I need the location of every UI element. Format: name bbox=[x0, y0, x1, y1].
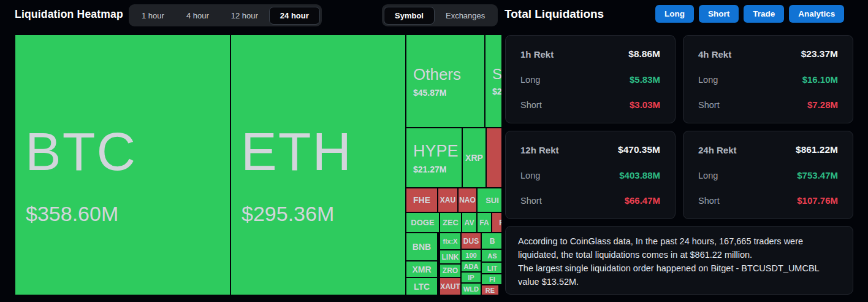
heatmap-cell-100[interactable]: 100 bbox=[462, 250, 481, 260]
cell-label: IP bbox=[468, 274, 474, 281]
short-value: $107.76M bbox=[797, 195, 838, 206]
heatmap-cell-bnb[interactable]: BNB bbox=[406, 233, 437, 260]
heatmap-cell-a[interactable]: A bbox=[487, 128, 501, 187]
cell-label: SUI bbox=[485, 196, 499, 205]
cell-label: XRP bbox=[465, 153, 483, 163]
summary-line-1: According to CoinGlass data, In the past… bbox=[518, 234, 840, 261]
cell-value: $358.60M bbox=[26, 202, 118, 226]
short-label: Short bbox=[698, 100, 720, 110]
long-label: Long bbox=[520, 75, 540, 85]
action-buttons: Long Short Trade Analytics bbox=[655, 5, 844, 23]
heatmap-cell-av[interactable]: AV bbox=[462, 213, 476, 232]
heatmap-cell-zec[interactable]: ZEC bbox=[440, 213, 461, 232]
cell-label: Others bbox=[413, 65, 484, 84]
cell-label: AV bbox=[465, 219, 474, 227]
cell-label: FI bbox=[489, 276, 495, 283]
heatmap-cell-s[interactable]: S$2 bbox=[485, 35, 501, 127]
time-button-1h[interactable]: 1 hour bbox=[131, 7, 175, 25]
time-button-12h[interactable]: 12 hour bbox=[220, 7, 269, 25]
card-total: $470.35M bbox=[618, 144, 660, 155]
cell-label: flx:X bbox=[443, 238, 458, 245]
heatmap-cell-eth[interactable]: ETH$295.36M bbox=[231, 35, 405, 295]
heatmap-cell-fhe[interactable]: FHE bbox=[406, 188, 437, 212]
heatmap-cell-ada[interactable]: ADA bbox=[462, 261, 481, 271]
long-label: Long bbox=[698, 75, 718, 85]
short-label: Short bbox=[698, 196, 720, 206]
time-button-4h[interactable]: 4 hour bbox=[175, 7, 220, 25]
heatmap-cell-b[interactable]: B bbox=[482, 233, 501, 249]
cell-label: BTC bbox=[25, 125, 137, 179]
time-button-24h[interactable]: 24 hour bbox=[269, 7, 320, 25]
short-value: $7.28M bbox=[807, 99, 838, 110]
heatmap-cell-fa[interactable]: FA bbox=[478, 213, 491, 232]
view-toggle: Symbol Exchanges bbox=[382, 4, 498, 26]
cell-label: AS bbox=[487, 252, 497, 260]
view-toggle-symbol[interactable]: Symbol bbox=[384, 7, 435, 25]
heatmap-cell-others[interactable]: Others$45.87M bbox=[406, 35, 484, 127]
heatmap-cell-as[interactable]: AS bbox=[482, 250, 501, 261]
cell-value: $2 bbox=[492, 87, 501, 96]
long-value: $403.88M bbox=[619, 170, 660, 180]
heatmap-cell-xaut[interactable]: XAUT bbox=[440, 278, 460, 295]
card-title: 1h Rekt bbox=[520, 49, 554, 60]
heatmap-cell-hype[interactable]: HYPE$21.27M bbox=[406, 128, 462, 187]
analytics-button[interactable]: Analytics bbox=[789, 5, 844, 23]
heatmap-cell-xmr[interactable]: XMR bbox=[406, 261, 437, 277]
cell-label: LTC bbox=[414, 282, 430, 292]
heatmap-cell-flx-x[interactable]: flx:X bbox=[440, 233, 460, 249]
trade-button[interactable]: Trade bbox=[744, 5, 784, 23]
panel-title: Total Liquidations bbox=[504, 7, 604, 21]
card-total: $861.22M bbox=[796, 144, 838, 155]
liquidation-heatmap-app: Liquidation Heatmap 1 hour 4 hour 12 hou… bbox=[0, 0, 868, 302]
heatmap-cell-re[interactable]: RE bbox=[482, 285, 498, 295]
cell-label: FA bbox=[479, 219, 489, 227]
heatmap-cell-wld[interactable]: WLD bbox=[462, 284, 481, 295]
heatmap-cell-btc[interactable]: BTC$358.60M bbox=[15, 35, 230, 295]
cell-label: RE bbox=[485, 287, 495, 294]
heatmap-cell-ip[interactable]: IP bbox=[462, 273, 481, 282]
card-title: 4h Rekt bbox=[698, 49, 731, 60]
rekt-stats-grid: 1h Rekt$8.86M Long$5.83M Short$3.03M 4h … bbox=[505, 35, 853, 219]
card-total: $8.86M bbox=[628, 48, 660, 60]
stats-card-1h: 1h Rekt$8.86M Long$5.83M Short$3.03M bbox=[505, 35, 676, 123]
liquidation-summary-panel: According to CoinGlass data, In the past… bbox=[505, 226, 853, 295]
time-range-selector: 1 hour 4 hour 12 hour 24 hour bbox=[129, 4, 322, 26]
heatmap-cell-fi[interactable]: FI bbox=[482, 274, 501, 284]
cell-label: HYPE bbox=[413, 142, 462, 161]
heatmap-cell-zro[interactable]: ZRO bbox=[440, 265, 460, 277]
heatmap-cell-f[interactable]: F bbox=[492, 213, 501, 232]
cell-label: LINK bbox=[442, 253, 459, 261]
short-value: $3.03M bbox=[630, 99, 660, 110]
heatmap-cell-nao[interactable]: NAO bbox=[459, 188, 476, 212]
stats-card-12h: 12h Rekt$470.35M Long$403.88M Short$66.4… bbox=[505, 131, 676, 219]
heatmap-cell-sui[interactable]: SUI bbox=[478, 188, 501, 212]
heatmap-cell-doge[interactable]: DOGE bbox=[406, 213, 439, 232]
long-button[interactable]: Long bbox=[655, 5, 694, 23]
card-total: $23.37M bbox=[801, 48, 838, 60]
cell-label: DUS bbox=[463, 237, 479, 246]
short-button[interactable]: Short bbox=[699, 5, 739, 23]
cell-label: BNB bbox=[413, 242, 431, 252]
stats-card-4h: 4h Rekt$23.37M Long$16.10M Short$7.28M bbox=[683, 35, 853, 123]
cell-label: DOGE bbox=[411, 218, 434, 227]
view-toggle-exchanges[interactable]: Exchanges bbox=[435, 7, 496, 25]
cell-label: F bbox=[499, 219, 501, 227]
cell-label: ADA bbox=[464, 263, 479, 270]
long-label: Long bbox=[698, 171, 718, 180]
cell-label: ZRO bbox=[443, 266, 458, 275]
card-title: 12h Rekt bbox=[520, 145, 559, 155]
cell-value: $295.36M bbox=[242, 202, 334, 226]
heatmap-cell-xau[interactable]: XAU bbox=[438, 188, 457, 212]
heatmap-cell-dus[interactable]: DUS bbox=[462, 233, 481, 249]
cell-label: S bbox=[492, 66, 501, 83]
cell-label: ETH bbox=[241, 125, 352, 179]
short-label: Short bbox=[520, 100, 542, 110]
cell-label: NAO bbox=[459, 196, 476, 204]
heatmap-cell-ltc[interactable]: LTC bbox=[406, 278, 437, 295]
heatmap-cell-xrp[interactable]: XRP bbox=[463, 128, 485, 187]
heatmap-cell-lit[interactable]: LIT bbox=[482, 263, 501, 273]
short-value: $66.47M bbox=[625, 195, 660, 206]
card-title: 24h Rekt bbox=[698, 145, 737, 155]
short-label: Short bbox=[520, 196, 542, 206]
heatmap-cell-link[interactable]: LINK bbox=[440, 250, 460, 263]
